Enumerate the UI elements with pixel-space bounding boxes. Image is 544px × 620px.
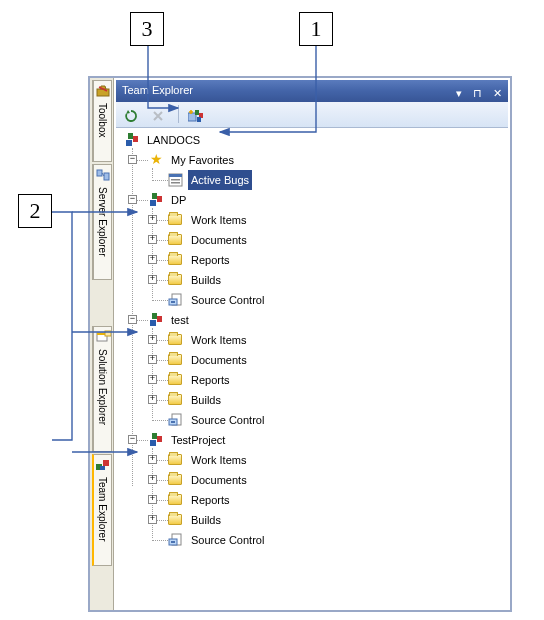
callout-2: 2 (18, 194, 52, 228)
callout-3: 3 (130, 12, 164, 46)
callout-1: 1 (299, 12, 333, 46)
